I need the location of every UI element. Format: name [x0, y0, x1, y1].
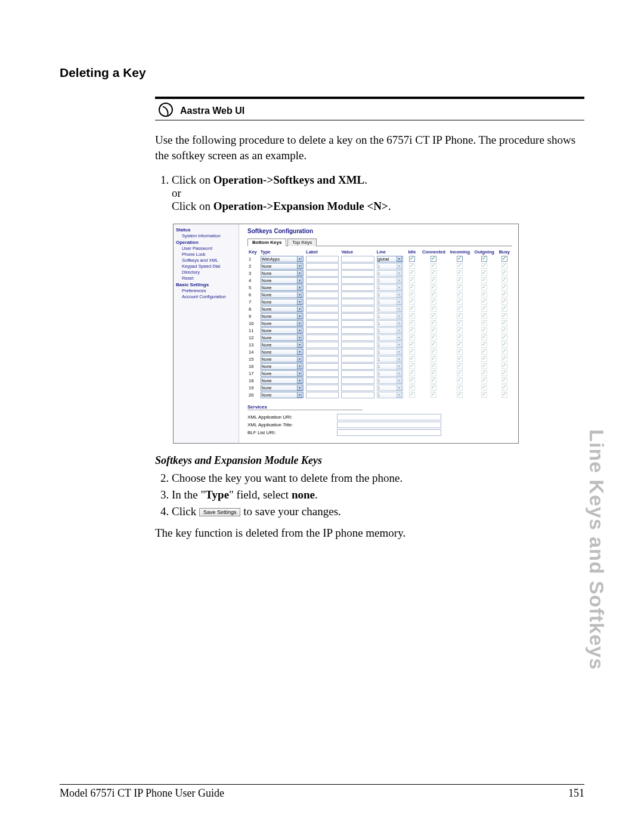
busy-checkbox[interactable]: [501, 313, 507, 319]
line-select[interactable]: 1▾: [377, 327, 403, 334]
line-select[interactable]: global▾: [377, 256, 403, 262]
label-input[interactable]: [306, 370, 339, 377]
line-select[interactable]: 1▾: [377, 342, 403, 348]
value-input[interactable]: [341, 313, 374, 320]
label-input[interactable]: [306, 270, 339, 277]
idle-checkbox[interactable]: [409, 363, 415, 369]
busy-checkbox[interactable]: [501, 335, 507, 340]
value-input[interactable]: [341, 370, 374, 377]
blf-uri-input[interactable]: [337, 429, 441, 436]
nav-item[interactable]: Directory: [176, 270, 236, 275]
outgoing-checkbox[interactable]: [481, 377, 487, 383]
type-select[interactable]: None▾: [261, 327, 304, 334]
busy-checkbox[interactable]: [501, 270, 507, 276]
line-select[interactable]: 1▾: [377, 320, 403, 327]
type-select[interactable]: None▾: [261, 263, 304, 270]
value-input[interactable]: [341, 256, 374, 262]
incoming-checkbox[interactable]: [457, 349, 463, 355]
outgoing-checkbox[interactable]: [481, 263, 487, 269]
busy-checkbox[interactable]: [501, 299, 507, 305]
label-input[interactable]: [306, 363, 339, 370]
type-select[interactable]: None▾: [261, 349, 304, 355]
nav-item[interactable]: Account Configuration: [176, 294, 236, 299]
type-select[interactable]: None▾: [261, 306, 304, 312]
outgoing-checkbox[interactable]: [481, 277, 487, 283]
line-select[interactable]: 1▾: [377, 306, 403, 312]
line-select[interactable]: 1▾: [377, 370, 403, 377]
value-input[interactable]: [341, 320, 374, 327]
incoming-checkbox[interactable]: [457, 292, 463, 298]
type-select[interactable]: None▾: [261, 363, 304, 370]
idle-checkbox[interactable]: [409, 327, 415, 333]
idle-checkbox[interactable]: [409, 335, 415, 340]
type-select[interactable]: None▾: [261, 342, 304, 348]
idle-checkbox[interactable]: [409, 385, 415, 391]
incoming-checkbox[interactable]: [457, 327, 463, 333]
outgoing-checkbox[interactable]: [481, 385, 487, 391]
line-select[interactable]: 1▾: [377, 270, 403, 277]
busy-checkbox[interactable]: [501, 370, 507, 376]
idle-checkbox[interactable]: [409, 313, 415, 319]
nav-item[interactable]: User Password: [176, 246, 236, 251]
value-input[interactable]: [341, 299, 374, 305]
connected-checkbox[interactable]: [431, 277, 436, 283]
incoming-checkbox[interactable]: [457, 377, 463, 383]
value-input[interactable]: [341, 277, 374, 284]
outgoing-checkbox[interactable]: [481, 256, 487, 262]
outgoing-checkbox[interactable]: [481, 320, 487, 326]
connected-checkbox[interactable]: [431, 392, 436, 398]
connected-checkbox[interactable]: [431, 363, 436, 369]
nav-item[interactable]: Softkeys and XML: [176, 258, 236, 263]
type-select[interactable]: None▾: [261, 370, 304, 377]
nav-item[interactable]: Preferences: [176, 288, 236, 293]
busy-checkbox[interactable]: [501, 349, 507, 355]
busy-checkbox[interactable]: [501, 292, 507, 298]
connected-checkbox[interactable]: [431, 299, 436, 305]
incoming-checkbox[interactable]: [457, 370, 463, 376]
value-input[interactable]: [341, 327, 374, 334]
line-select[interactable]: 1▾: [377, 377, 403, 384]
incoming-checkbox[interactable]: [457, 306, 463, 312]
label-input[interactable]: [306, 342, 339, 348]
incoming-checkbox[interactable]: [457, 313, 463, 319]
value-input[interactable]: [341, 335, 374, 341]
label-input[interactable]: [306, 263, 339, 270]
line-select[interactable]: 1▾: [377, 292, 403, 298]
value-input[interactable]: [341, 292, 374, 298]
line-select[interactable]: 1▾: [377, 299, 403, 305]
type-select[interactable]: None▾: [261, 377, 304, 384]
busy-checkbox[interactable]: [501, 284, 507, 290]
outgoing-checkbox[interactable]: [481, 349, 487, 355]
connected-checkbox[interactable]: [431, 292, 436, 298]
value-input[interactable]: [341, 356, 374, 363]
connected-checkbox[interactable]: [431, 335, 436, 340]
busy-checkbox[interactable]: [501, 363, 507, 369]
value-input[interactable]: [341, 270, 374, 277]
outgoing-checkbox[interactable]: [481, 299, 487, 305]
line-select[interactable]: 1▾: [377, 363, 403, 370]
outgoing-checkbox[interactable]: [481, 392, 487, 398]
idle-checkbox[interactable]: [409, 306, 415, 312]
incoming-checkbox[interactable]: [457, 320, 463, 326]
nav-item[interactable]: System Information: [176, 233, 236, 239]
incoming-checkbox[interactable]: [457, 277, 463, 283]
type-select[interactable]: None▾: [261, 356, 304, 363]
connected-checkbox[interactable]: [431, 263, 436, 269]
busy-checkbox[interactable]: [501, 385, 507, 391]
type-select[interactable]: None▾: [261, 277, 304, 284]
label-input[interactable]: [306, 256, 339, 262]
connected-checkbox[interactable]: [431, 256, 436, 262]
value-input[interactable]: [341, 349, 374, 355]
label-input[interactable]: [306, 385, 339, 391]
outgoing-checkbox[interactable]: [481, 284, 487, 290]
connected-checkbox[interactable]: [431, 385, 436, 391]
type-select[interactable]: None▾: [261, 392, 304, 398]
value-input[interactable]: [341, 392, 374, 398]
outgoing-checkbox[interactable]: [481, 335, 487, 340]
value-input[interactable]: [341, 363, 374, 370]
connected-checkbox[interactable]: [431, 320, 436, 326]
incoming-checkbox[interactable]: [457, 284, 463, 290]
busy-checkbox[interactable]: [501, 277, 507, 283]
busy-checkbox[interactable]: [501, 306, 507, 312]
connected-checkbox[interactable]: [431, 313, 436, 319]
